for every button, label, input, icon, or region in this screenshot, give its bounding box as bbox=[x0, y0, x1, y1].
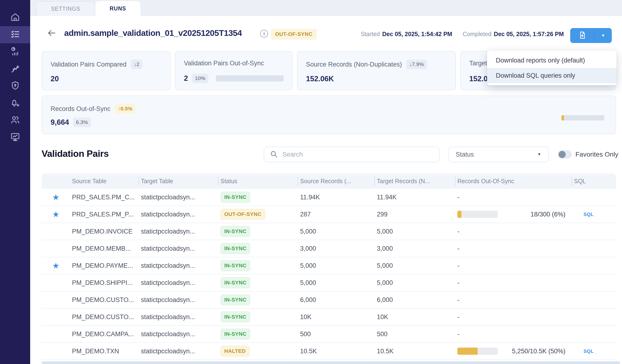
started-timestamp: StartedDec 05, 2025, 1:54:42 PM bbox=[361, 31, 452, 38]
sidebar-item-analytics[interactable] bbox=[0, 43, 30, 60]
target-table-cell: statictpccloadsyn... bbox=[139, 245, 219, 252]
table-row[interactable]: ★ PM_DEMO.TXN statictpccloadsyn... HALTE… bbox=[41, 343, 616, 360]
target-records-cell: 5,000 bbox=[375, 228, 455, 235]
column-header-target-table[interactable]: Target Table bbox=[139, 173, 219, 189]
favorite-star-icon[interactable]: ★ bbox=[52, 210, 59, 218]
download-menu-item[interactable]: Download SQL queries only bbox=[487, 68, 617, 83]
source-records-cell: 6,000 bbox=[298, 296, 375, 304]
tab-runs[interactable]: RUNS bbox=[95, 1, 140, 16]
table-row[interactable]: ★ PM_DEMO.INVOICE statictpccloadsyn... I… bbox=[41, 223, 616, 240]
percent-badge: 6.3% bbox=[73, 118, 91, 127]
out-of-sync-text: - bbox=[457, 228, 565, 235]
favorite-star-icon[interactable]: ★ bbox=[52, 193, 59, 201]
table-row[interactable]: ★ PM_DEMO.CUSTO... statictpccloadsyn... … bbox=[41, 291, 616, 309]
status-badge: IN-SYNC bbox=[220, 294, 250, 305]
target-table-cell: statictpccloadsyn... bbox=[139, 348, 219, 355]
stat-card-label: Validation Pairs Compared bbox=[51, 61, 126, 68]
pairs-out-of-sync-progress bbox=[216, 75, 284, 81]
tab-settings-label: SETTINGS bbox=[51, 6, 80, 12]
file-download-icon bbox=[578, 31, 587, 40]
source-records-cell: 10K bbox=[298, 313, 375, 321]
table-body: ★ PRD_SALES.PM_C... statictpccloadsyn...… bbox=[41, 189, 616, 360]
sidebar-item-alerts[interactable] bbox=[0, 95, 30, 112]
target-table-cell: statictpccloadsyn... bbox=[139, 279, 219, 287]
stat-card-value: 152.06K bbox=[306, 75, 334, 83]
started-value: Dec 05, 2025, 1:54:42 PM bbox=[382, 31, 452, 37]
target-table-cell: statictpccloadsyn... bbox=[139, 296, 219, 304]
table-row[interactable]: ★ PM_DEMO.SHIPPI... statictpccloadsyn...… bbox=[41, 274, 616, 291]
search-input[interactable] bbox=[282, 151, 433, 158]
percent-badge: 10% bbox=[192, 74, 208, 83]
column-header-sql[interactable]: SQL bbox=[572, 173, 616, 189]
download-menu-item[interactable]: Download reports only (default) bbox=[487, 53, 617, 68]
out-of-sync-text: 18/300 (6%) bbox=[498, 211, 565, 218]
sql-download-icon[interactable]: SQL↓ bbox=[583, 348, 594, 354]
tab-strip: SETTINGS RUNS bbox=[30, 0, 622, 16]
download-menu-caret-button[interactable]: ▼ bbox=[594, 28, 612, 43]
app-root: SETTINGS RUNS admin.sample_validation_01… bbox=[0, 0, 622, 364]
table-row[interactable]: ★ PRD_SALES.PM_C... statictpccloadsyn...… bbox=[41, 189, 616, 206]
table-header-row: Source Table Target Table Status Source … bbox=[41, 173, 616, 189]
column-header-source-table[interactable]: Source Table bbox=[70, 173, 139, 189]
completed-label: Completed bbox=[463, 31, 491, 37]
source-table-cell: PM_DEMO.TXN bbox=[70, 348, 139, 355]
target-table-cell: statictpccloadsyn... bbox=[139, 228, 219, 235]
sidebar-item-users[interactable] bbox=[0, 112, 30, 129]
source-records-cell: 5,000 bbox=[298, 262, 375, 269]
source-table-cell: PM_DEMO.MEMB... bbox=[70, 245, 139, 252]
target-table-cell: statictpccloadsyn... bbox=[139, 313, 219, 321]
source-records-cell: 3,000 bbox=[298, 245, 375, 252]
sidebar-item-home[interactable] bbox=[0, 9, 30, 26]
horizontal-scrollbar[interactable] bbox=[41, 361, 620, 364]
table-row[interactable]: ★ PRD_SALES.PM_P... statictpccloadsyn...… bbox=[41, 206, 616, 223]
out-of-sync-text: - bbox=[457, 313, 565, 321]
source-table-cell: PRD_SALES.PM_C... bbox=[70, 194, 139, 201]
column-header-target-records[interactable]: Target Records (N... bbox=[375, 173, 455, 189]
column-header-records-out-of-sync[interactable]: Records Out-Of-Sync bbox=[455, 173, 572, 189]
delta-badge: ↓2 bbox=[131, 60, 142, 69]
favorites-only-toggle[interactable] bbox=[558, 150, 572, 159]
table-row[interactable]: ★ PM_DEMO.CUSTO... statictpccloadsyn... … bbox=[41, 309, 616, 326]
status-filter-select[interactable]: Status ▼ bbox=[448, 147, 549, 162]
table-row[interactable]: ★ PM_DEMO.MEMB... statictpccloadsyn... I… bbox=[41, 240, 616, 257]
delta-badge: ↑0.5% bbox=[115, 104, 136, 114]
run-meta: StartedDec 05, 2025, 1:54:42 PM Complete… bbox=[361, 31, 564, 38]
status-badge: OUT-OF-SYNC bbox=[220, 209, 265, 220]
sidebar-item-monitoring[interactable] bbox=[0, 129, 30, 146]
download-arrow-icon: ↓ bbox=[594, 352, 597, 354]
source-table-cell: PM_DEMO.CUSTO... bbox=[70, 313, 139, 321]
stat-card-label: Validation Pairs Out-of-Sync bbox=[184, 60, 264, 67]
target-table-cell: statictpccloadsyn... bbox=[139, 194, 219, 201]
back-button[interactable] bbox=[46, 28, 57, 38]
target-table-cell: statictpccloadsyn... bbox=[139, 262, 219, 269]
target-records-cell: 10.5K bbox=[375, 348, 455, 355]
section-title: Validation Pairs bbox=[41, 149, 109, 159]
sql-download-icon[interactable]: SQL↓ bbox=[583, 212, 594, 217]
download-button[interactable] bbox=[570, 28, 594, 43]
bell-plus-icon bbox=[10, 98, 20, 109]
records-out-of-sync-progress bbox=[562, 115, 604, 120]
target-records-cell: 3,000 bbox=[375, 245, 455, 252]
favorite-star-icon[interactable]: ★ bbox=[52, 262, 59, 270]
target-records-cell: 10K bbox=[375, 313, 455, 321]
sidebar-item-runs[interactable] bbox=[0, 26, 30, 43]
run-title: admin.sample_validation_01_v20251205T135… bbox=[64, 28, 242, 38]
sidebar-item-connections[interactable] bbox=[0, 60, 30, 77]
completed-value: Dec 05, 2025, 1:57:26 PM bbox=[494, 31, 564, 37]
completed-timestamp: CompletedDec 05, 2025, 1:57:26 PM bbox=[463, 31, 564, 38]
table-row[interactable]: ★ PM_DEMO.CAMPA... statictpccloadsyn... … bbox=[41, 326, 616, 343]
tab-settings[interactable]: SETTINGS bbox=[36, 1, 95, 16]
target-records-cell: 299 bbox=[375, 211, 455, 218]
column-header-status[interactable]: Status bbox=[219, 173, 298, 189]
stat-card-pairs-compared: Validation Pairs Compared ↓2 20 bbox=[41, 51, 171, 90]
monitor-chart-icon bbox=[10, 132, 20, 143]
target-records-cell: 5,000 bbox=[375, 279, 455, 287]
validation-pairs-table: Source Table Target Table Status Source … bbox=[41, 173, 616, 364]
page-header: admin.sample_validation_01_v20251205T135… bbox=[30, 16, 622, 44]
sidebar-item-security[interactable] bbox=[0, 77, 30, 95]
table-row[interactable]: ★ PM_DEMO.PAYME... statictpccloadsyn... … bbox=[41, 257, 616, 274]
column-header-source-records[interactable]: Source Records (... bbox=[298, 173, 375, 189]
info-icon[interactable]: i bbox=[260, 30, 268, 38]
records-card-value: 9,664 bbox=[51, 118, 69, 127]
source-table-cell: PM_DEMO.INVOICE bbox=[70, 228, 139, 235]
